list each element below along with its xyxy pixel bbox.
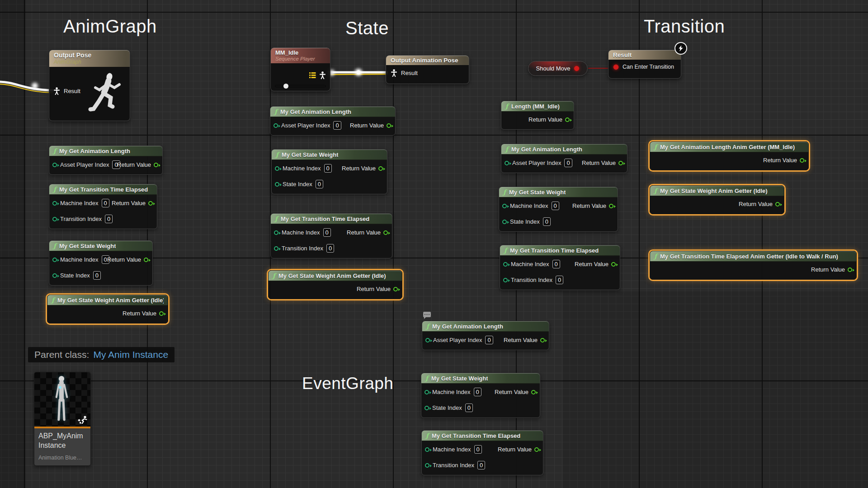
- node-transition-result[interactable]: Result Can Enter Transition: [608, 50, 681, 79]
- input-pin[interactable]: [425, 390, 429, 394]
- node-mm-idle[interactable]: MM_Idle Sequence Player: [270, 47, 330, 91]
- input-pin[interactable]: [502, 204, 507, 208]
- node-my-get-animation-length[interactable]: ƒMy Get Animation Length Return Value As…: [422, 321, 549, 350]
- return-value-pin[interactable]: [531, 390, 536, 394]
- pose-person-icon[interactable]: [391, 69, 397, 77]
- input-pin[interactable]: [425, 338, 430, 343]
- function-icon: ƒ: [53, 243, 56, 249]
- node-my-get-transition-time-elapsed[interactable]: ƒMy Get Transition Time Elapsed Return V…: [270, 213, 392, 258]
- fast-path-lightning-icon: [675, 42, 687, 55]
- node-my-get-transition-time-elapsed[interactable]: ƒMy Get Transition Time Elapsed Return V…: [49, 184, 157, 229]
- input-pin[interactable]: [505, 161, 509, 165]
- input-pin-row: State Index0: [502, 215, 613, 228]
- return-value-pin[interactable]: [848, 267, 852, 272]
- input-pin[interactable]: [425, 406, 429, 410]
- return-value-pin[interactable]: [378, 166, 383, 171]
- return-value-pin[interactable]: [387, 123, 391, 128]
- node-my-get-transition-time-elapsed-anim-getter-idle-to-walk-run[interactable]: ƒMy Get Transition Time Elapsed Anim Get…: [650, 251, 857, 280]
- node-my-get-transition-time-elapsed[interactable]: ƒMy Get Transition Time Elapsed Return V…: [421, 430, 543, 475]
- node-should-move[interactable]: Should Move: [528, 61, 588, 76]
- input-pin[interactable]: [274, 246, 278, 251]
- input-pin[interactable]: [275, 182, 279, 187]
- return-value-pin[interactable]: [565, 117, 570, 122]
- pin-value-input[interactable]: 0: [477, 461, 485, 469]
- input-pin[interactable]: [502, 220, 507, 224]
- return-pin-row: Return Value: [811, 263, 852, 276]
- return-value-pin[interactable]: [609, 204, 613, 208]
- pin-value-input[interactable]: 0: [564, 159, 572, 167]
- return-pin-row: Return Value: [357, 282, 398, 296]
- pin-value-input[interactable]: 0: [326, 244, 334, 253]
- node-length-mm-idle[interactable]: ƒLength (MM_Idle) Return Value: [501, 101, 574, 130]
- blueprint-canvas[interactable]: AnimGraph State Transition EventGraph Ou…: [0, 0, 868, 488]
- sequence-list-icon: [309, 72, 316, 78]
- function-icon: ƒ: [273, 272, 275, 279]
- parent-class-link[interactable]: My Anim Instance: [93, 349, 168, 360]
- return-value-pin[interactable]: [154, 163, 158, 167]
- pin-value-input[interactable]: 0: [93, 271, 101, 280]
- pin-value-input[interactable]: 0: [543, 217, 551, 226]
- return-value-pin[interactable]: [534, 447, 539, 452]
- pin-value-input[interactable]: 0: [105, 215, 113, 223]
- bool-output-pin[interactable]: [574, 66, 580, 71]
- pin-label: Result: [64, 88, 80, 94]
- pin-value-input[interactable]: 0: [474, 388, 481, 396]
- slider-knob[interactable]: [283, 84, 288, 89]
- pin-value-input[interactable]: 0: [323, 228, 331, 237]
- node-title: My Get State Weight: [282, 151, 338, 158]
- pin-value-input[interactable]: 0: [485, 336, 493, 344]
- input-pin[interactable]: [503, 262, 508, 267]
- pin-value-input[interactable]: 0: [552, 202, 559, 210]
- pin-value-input[interactable]: 0: [316, 180, 323, 188]
- input-pin[interactable]: [274, 123, 278, 128]
- playback-slider[interactable]: [275, 85, 326, 87]
- node-my-get-animation-length[interactable]: ƒMy Get Animation Length Return Value As…: [270, 106, 396, 136]
- node-my-get-state-weight[interactable]: ƒMy Get State Weight Return Value Machin…: [271, 149, 387, 194]
- input-pin[interactable]: [275, 166, 279, 171]
- input-pin[interactable]: [274, 230, 278, 235]
- input-pin[interactable]: [52, 258, 57, 262]
- pin-value-input[interactable]: 0: [556, 276, 563, 284]
- node-my-get-state-weight[interactable]: ƒMy Get State Weight Return Value Machin…: [421, 373, 540, 418]
- node-my-get-state-weight-anim-getter-idle[interactable]: ƒMy Get State Weight Anim Getter (Idle) …: [47, 295, 168, 324]
- return-value-pin[interactable]: [611, 262, 616, 267]
- pin-value-input[interactable]: 0: [324, 164, 332, 173]
- return-pin-row: Return Value: [107, 253, 148, 266]
- node-my-get-state-weight-anim-getter-idle[interactable]: ƒMy Get State Weight Anim Getter (Idle) …: [650, 185, 784, 214]
- input-pin[interactable]: [52, 163, 57, 167]
- return-value-pin[interactable]: [159, 311, 164, 316]
- node-my-get-state-weight-anim-getter-idle[interactable]: ƒMy Get State Weight Anim Getter (Idle) …: [268, 270, 402, 299]
- pin-value-input[interactable]: 0: [552, 260, 560, 268]
- asset-tile-abp-myanim[interactable]: ABP_MyAnim Instance Animation Blue…: [34, 372, 91, 466]
- input-pin[interactable]: [52, 273, 57, 278]
- input-pin[interactable]: [425, 463, 429, 468]
- return-value-pin[interactable]: [148, 201, 153, 206]
- pin-value-input[interactable]: 0: [102, 199, 109, 207]
- node-my-get-transition-time-elapsed[interactable]: ƒMy Get Transition Time Elapsed Return V…: [500, 245, 620, 290]
- input-pin[interactable]: [503, 278, 508, 282]
- return-value-pin[interactable]: [393, 287, 398, 291]
- input-pin[interactable]: [52, 217, 57, 221]
- pose-wire: [0, 82, 53, 90]
- pose-output-pin[interactable]: [319, 71, 326, 79]
- node-my-get-animation-length[interactable]: ƒMy Get Animation Length Return Value As…: [49, 145, 163, 175]
- pin-value-input[interactable]: 0: [333, 121, 341, 130]
- return-value-pin[interactable]: [383, 230, 388, 235]
- input-pin[interactable]: [52, 201, 57, 206]
- node-my-get-animation-length-anim-getter-mm-idle[interactable]: ƒMy Get Animation Length Anim Getter (MM…: [650, 141, 809, 170]
- return-value-pin[interactable]: [144, 258, 148, 262]
- pose-person-icon[interactable]: [53, 87, 60, 95]
- node-my-get-animation-length[interactable]: ƒMy Get Animation Length Return Value As…: [501, 144, 627, 173]
- node-my-get-state-weight[interactable]: ƒMy Get State Weight Return Value Machin…: [499, 187, 618, 232]
- return-value-pin[interactable]: [540, 338, 545, 343]
- node-output-animation-pose[interactable]: Output Animation Pose Result: [386, 55, 469, 84]
- pin-value-input[interactable]: 0: [465, 404, 473, 412]
- bool-input-pin[interactable]: [613, 64, 619, 70]
- input-pin[interactable]: [425, 447, 429, 452]
- pin-value-input[interactable]: 0: [474, 445, 482, 454]
- return-value-pin[interactable]: [800, 158, 804, 163]
- node-output-pose[interactable]: Output Pose AnimGraph Result: [49, 50, 130, 121]
- return-value-pin[interactable]: [775, 202, 780, 206]
- node-my-get-state-weight[interactable]: ƒMy Get State Weight Return Value Machin…: [49, 240, 153, 286]
- return-value-pin[interactable]: [618, 161, 623, 165]
